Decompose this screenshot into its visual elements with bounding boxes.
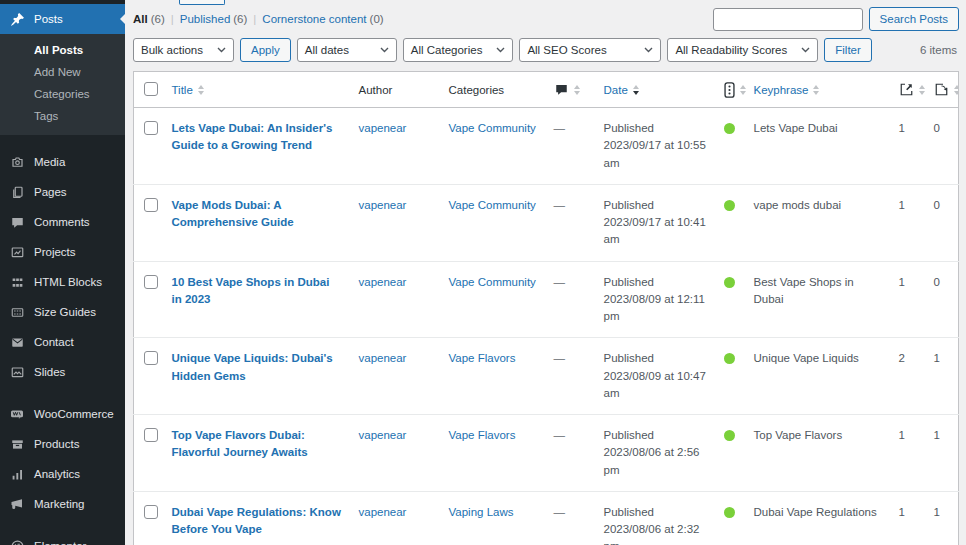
row-checkbox[interactable] (144, 275, 158, 289)
row-checkbox[interactable] (144, 428, 158, 442)
seo-score-cell (716, 415, 746, 492)
sidebar-item-slides[interactable]: Slides (0, 357, 125, 387)
dates-label: All dates (305, 44, 349, 56)
apply-button[interactable]: Apply (240, 38, 291, 62)
author-cell: vapenear (351, 491, 441, 545)
bulk-actions-select[interactable]: Bulk actions (133, 38, 234, 62)
woocommerce-icon (9, 406, 25, 422)
sidebar-item-elementor[interactable]: Elementor (0, 531, 125, 545)
category-link[interactable]: Vape Community (449, 276, 536, 288)
author-link[interactable]: vapenear (359, 429, 407, 441)
categories-cell: Vape Flavors (441, 338, 546, 415)
seo-scores-select[interactable]: All SEO Scores (519, 38, 661, 62)
sidebar-item-size-guides[interactable]: Size Guides (0, 297, 125, 327)
row-checkbox[interactable] (144, 351, 158, 365)
post-title-link[interactable]: Unique Vape Liquids: Dubai's Hidden Gems (172, 350, 343, 385)
sidebar-item-contact[interactable]: Contact (0, 327, 125, 357)
sidebar-subitem-tags[interactable]: Tags (0, 105, 125, 127)
column-label: Categories (449, 84, 505, 96)
post-title-link[interactable]: Vape Mods Dubai: A Comprehensive Guide (172, 197, 343, 232)
column-header-author: Author (351, 72, 441, 108)
title-cell: Dubai Vape Regulations: Know Before You … (164, 491, 351, 545)
no-comments-dash: — (554, 276, 566, 288)
filter-button[interactable]: Filter (824, 38, 872, 62)
sidebar-subitem-add-new[interactable]: Add New (0, 61, 125, 83)
row-checkbox[interactable] (144, 121, 158, 135)
search-posts-button[interactable]: Search Posts (869, 7, 959, 31)
sidebar-item-media[interactable]: Media (0, 147, 125, 177)
chevron-down-icon (644, 47, 653, 53)
category-link[interactable]: Vape Flavors (449, 429, 516, 441)
post-date: 2023/08/09 at 12:11 pm (604, 291, 708, 326)
author-link[interactable]: vapenear (359, 199, 407, 211)
post-title-link[interactable]: 10 Best Vape Shops in Dubai in 2023 (172, 274, 343, 309)
column-header-date[interactable]: Date (596, 72, 716, 108)
column-header-links_in[interactable] (891, 72, 926, 108)
categories-cell: Vaping Laws (441, 491, 546, 545)
outgoing-links-count: 1 (934, 429, 940, 441)
sidebar-item-posts[interactable]: Posts (0, 4, 125, 34)
outgoing-links-count: 1 (934, 352, 940, 364)
outgoing-links-cell: 1 (926, 491, 959, 545)
menu-separator (0, 519, 125, 531)
sidebar-item-comments[interactable]: Comments (0, 207, 125, 237)
row-checkbox[interactable] (144, 198, 158, 212)
row-checkbox-cell (134, 184, 164, 261)
sidebar-item-html-blocks[interactable]: HTML Blocks (0, 267, 125, 297)
seo-score-cell (716, 338, 746, 415)
post-title-link[interactable]: Top Vape Flavors Dubai: Flavorful Journe… (172, 427, 343, 462)
seo-score-icon (724, 82, 735, 98)
seo-score-dot (724, 507, 735, 518)
row-checkbox[interactable] (144, 505, 158, 519)
categories-label: All Categories (411, 44, 483, 56)
view-all[interactable]: All(6) (133, 13, 180, 25)
category-link[interactable]: Vape Community (449, 199, 536, 211)
view-published[interactable]: Published(6) (180, 13, 263, 25)
view-count: (0) (370, 13, 384, 25)
column-header-title[interactable]: Title (164, 72, 351, 108)
keyphrase-cell: Top Vape Flavors (746, 415, 891, 492)
incoming-links-cell: 1 (891, 491, 926, 545)
category-link[interactable]: Vape Flavors (449, 352, 516, 364)
sidebar-item-analytics[interactable]: Analytics (0, 459, 125, 489)
sidebar-item-label: Comments (34, 216, 90, 228)
sidebar-item-marketing[interactable]: Marketing (0, 489, 125, 519)
post-title-link[interactable]: Dubai Vape Regulations: Know Before You … (172, 504, 343, 539)
column-header-comments[interactable] (546, 72, 596, 108)
author-link[interactable]: vapenear (359, 122, 407, 134)
column-header-seo[interactable] (716, 72, 746, 108)
author-link[interactable]: vapenear (359, 352, 407, 364)
date-cell: Published2023/08/06 at 2:56 pm (596, 415, 716, 492)
author-link[interactable]: vapenear (359, 506, 407, 518)
readability-scores-select[interactable]: All Readability Scores (667, 38, 818, 62)
sidebar-subitem-all-posts[interactable]: All Posts (0, 39, 125, 61)
sidebar-item-label: Media (34, 156, 65, 168)
sidebar-item-pages[interactable]: Pages (0, 177, 125, 207)
column-header-keyphrase[interactable]: Keyphrase (746, 72, 891, 108)
view-cornerstone-content[interactable]: Cornerstone content(0) (262, 13, 383, 25)
post-date: 2023/08/06 at 2:56 pm (604, 444, 708, 479)
author-link[interactable]: vapenear (359, 276, 407, 288)
incoming-links-count: 1 (899, 276, 905, 288)
posts-submenu: All PostsAdd NewCategoriesTags (0, 34, 125, 135)
category-link[interactable]: Vaping Laws (449, 506, 514, 518)
contact-icon (9, 334, 25, 350)
date-cell: Published2023/08/09 at 10:47 am (596, 338, 716, 415)
seo-score-cell (716, 184, 746, 261)
add-new-button-partial[interactable] (179, 0, 225, 5)
select-all-checkbox[interactable] (144, 82, 158, 96)
sidebar-item-woocommerce[interactable]: WooCommerce (0, 399, 125, 429)
search-input[interactable] (713, 8, 863, 31)
sidebar-subitem-categories[interactable]: Categories (0, 83, 125, 105)
dates-select[interactable]: All dates (297, 38, 397, 62)
category-link[interactable]: Vape Community (449, 122, 536, 134)
column-header-links_out[interactable] (926, 72, 959, 108)
column-header-cb[interactable] (134, 72, 164, 108)
incoming-links-cell: 1 (891, 108, 926, 185)
sidebar-item-products[interactable]: Products (0, 429, 125, 459)
categories-select[interactable]: All Categories (403, 38, 514, 62)
post-title-link[interactable]: Lets Vape Dubai: An Insider's Guide to a… (172, 120, 343, 155)
sidebar-item-label: Posts (34, 13, 63, 25)
sidebar-item-projects[interactable]: Projects (0, 237, 125, 267)
sort-arrows-icon (574, 85, 580, 95)
